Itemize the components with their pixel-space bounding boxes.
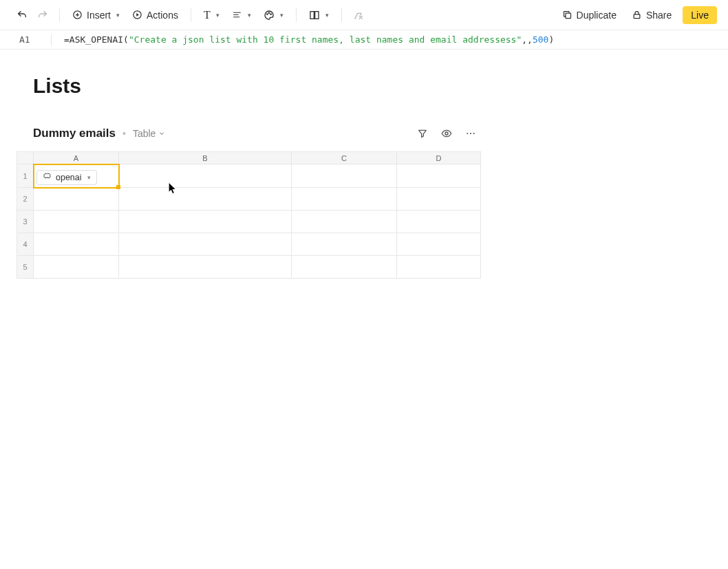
redo-button[interactable] (34, 7, 51, 23)
cell-d4[interactable] (397, 233, 481, 256)
cell-b1[interactable] (119, 164, 292, 188)
chevron-down-icon: ▾ (325, 12, 329, 19)
filter-button[interactable] (414, 125, 431, 142)
cell-c1[interactable] (292, 164, 397, 188)
chevron-down-icon: ▾ (248, 12, 251, 19)
cell-b5[interactable] (119, 256, 292, 279)
formula-input[interactable]: =ASK_OPENAI("Create a json list with 10 … (64, 34, 554, 45)
formula-bar: A1 =ASK_OPENAI("Create a json list with … (0, 30, 728, 50)
svg-point-12 (445, 132, 448, 135)
eye-icon (440, 128, 453, 139)
chevron-down-icon (158, 130, 165, 137)
actions-button[interactable]: Actions (128, 7, 182, 23)
svg-rect-9 (314, 11, 318, 19)
layout-icon (309, 10, 320, 21)
svg-rect-11 (634, 14, 640, 19)
chevron-down-icon: ▾ (116, 12, 120, 19)
row-header[interactable]: 1 (17, 164, 34, 188)
svg-point-15 (473, 133, 475, 134)
clear-format-button[interactable] (350, 7, 367, 23)
insert-button[interactable]: Insert ▾ (68, 7, 124, 23)
row-header[interactable]: 2 (17, 188, 34, 211)
cell-b2[interactable] (119, 188, 292, 211)
more-button[interactable] (462, 125, 479, 142)
fill-handle[interactable] (116, 185, 120, 189)
text-style-button[interactable]: T ▾ (200, 6, 224, 24)
column-header[interactable]: B (119, 152, 292, 164)
duplicate-button[interactable]: Duplicate (558, 7, 621, 23)
svg-point-5 (266, 14, 267, 14)
cell-a2[interactable] (34, 188, 119, 211)
block-header: Dummy emails • Table (17, 125, 480, 142)
toolbar-separator (59, 8, 60, 22)
row-header[interactable]: 4 (17, 233, 34, 256)
svg-rect-8 (310, 11, 314, 19)
svg-rect-10 (566, 13, 571, 19)
undo-icon (17, 10, 28, 21)
cell-c4[interactable] (292, 233, 397, 256)
share-button[interactable]: Share (628, 7, 676, 23)
formula-string-token: "Create a json list with 10 first names,… (129, 34, 522, 45)
column-header[interactable]: D (397, 152, 481, 164)
svg-point-14 (470, 133, 471, 134)
redo-icon (37, 10, 48, 21)
openai-icon (43, 173, 52, 182)
cell-c5[interactable] (292, 256, 397, 279)
toolbar-separator (191, 8, 191, 22)
duplicate-icon (562, 10, 572, 20)
text-style-icon: T (204, 9, 211, 21)
column-header[interactable]: C (292, 152, 397, 164)
align-button[interactable]: ▾ (228, 8, 255, 22)
table-grid: A B C D 1 openai ▾ (17, 151, 695, 279)
row-header[interactable]: 3 (17, 211, 34, 233)
column-header[interactable]: A (34, 152, 119, 164)
block-type-dropdown[interactable]: Table (133, 128, 165, 139)
plus-circle-icon (72, 10, 83, 20)
cell-d3[interactable] (397, 211, 481, 233)
openai-chip[interactable]: openai ▾ (36, 170, 97, 185)
toolbar-left: Insert ▾ Actions T ▾ ▾ ▾ ▾ (14, 6, 553, 24)
palette-icon (264, 10, 275, 21)
live-button[interactable]: Live (683, 6, 717, 24)
toolbar: Insert ▾ Actions T ▾ ▾ ▾ ▾ (0, 0, 728, 30)
live-label: Live (691, 10, 709, 21)
insert-label: Insert (87, 10, 111, 21)
cell-d5[interactable] (397, 256, 481, 279)
toolbar-right: Duplicate Share Live (558, 6, 717, 24)
cell-d2[interactable] (397, 188, 481, 211)
toolbar-separator (296, 8, 297, 22)
block-title[interactable]: Dummy emails (33, 127, 116, 140)
cell-b3[interactable] (119, 211, 292, 233)
svg-point-6 (268, 12, 269, 13)
cell-b4[interactable] (119, 233, 292, 256)
svg-point-7 (270, 14, 271, 14)
row-header[interactable]: 5 (17, 256, 34, 279)
formula-separator (51, 34, 52, 45)
grid-corner[interactable] (17, 152, 34, 164)
formula-number-token: 500 (533, 34, 548, 45)
cell-c2[interactable] (292, 188, 397, 211)
cell-a5[interactable] (34, 256, 119, 279)
formula-token: ) (548, 34, 554, 45)
formula-token: =ASK_OPENAI( (64, 34, 129, 45)
cell-d1[interactable] (397, 164, 481, 188)
actions-label: Actions (147, 10, 178, 21)
cell-a4[interactable] (34, 233, 119, 256)
clear-format-icon (353, 10, 364, 21)
lock-icon (632, 10, 642, 20)
undo-button[interactable] (14, 7, 30, 23)
cell-reference[interactable]: A1 (19, 34, 39, 45)
layout-button[interactable]: ▾ (305, 7, 333, 23)
cell-c3[interactable] (292, 211, 397, 233)
color-button[interactable]: ▾ (259, 7, 288, 23)
share-label: Share (646, 10, 672, 21)
toolbar-separator (341, 8, 342, 22)
visibility-button[interactable] (438, 125, 456, 142)
page-body: Lists Dummy emails • Table A B C D (0, 50, 728, 303)
chip-label: openai (56, 173, 82, 182)
page-title[interactable]: Lists (33, 74, 695, 98)
play-circle-icon (132, 10, 142, 20)
cell-a1[interactable]: openai ▾ (34, 164, 119, 188)
align-left-icon (232, 10, 242, 19)
cell-a3[interactable] (34, 211, 119, 233)
